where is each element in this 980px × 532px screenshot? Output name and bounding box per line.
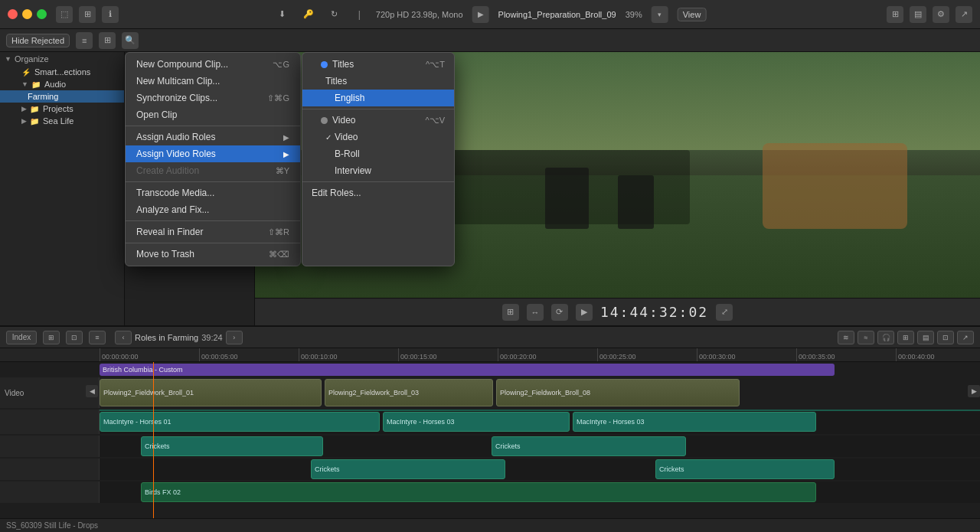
audio-crickets-4[interactable]: Crickets [655, 459, 835, 479]
audio-clip-horses-1[interactable]: MacIntyre - Horses 01 [100, 412, 380, 432]
audio-track-3-row: Crickets Crickets [0, 459, 980, 480]
zoom-dropdown[interactable]: ▾ [652, 6, 668, 23]
sidebar: ▼ Organize ⚡ Smart...ections ▼ 📁 Audio F… [0, 52, 125, 325]
library-icon[interactable]: ⬚ [56, 6, 73, 23]
video-clip-3[interactable]: Plowing2_Fieldwork_Broll_08 [496, 379, 740, 406]
ctx-trash-shortcut: ⌘⌫ [269, 250, 289, 259]
sidebar-organize-header[interactable]: ▼ Organize [0, 52, 124, 66]
check-video-2: ✓ [325, 133, 335, 142]
audio-clip-horses-3[interactable]: MacIntyre - Horses 03 [573, 412, 816, 432]
sidebar-item-farming[interactable]: Farming [0, 90, 124, 103]
ctx-analyze-label: Analyze and Fix... [136, 204, 209, 215]
ctx-sep-1 [126, 126, 300, 126]
folder-icon: ⚡ [21, 68, 31, 77]
ctx-reveal-finder[interactable]: Reveal in Finder ⇧⌘R [126, 224, 300, 240]
audio-clip-horses-2[interactable]: MacIntyre - Horses 03 [383, 412, 570, 432]
ctx-transcode[interactable]: Transcode Media... [126, 184, 300, 201]
zoom-fit-icon[interactable]: ⊡ [937, 331, 954, 344]
sub-video-1[interactable]: Video ^⌥V [302, 112, 454, 129]
ctx-assign-audio-arrow: ▶ [283, 133, 289, 142]
grid-icon[interactable]: ⊞ [887, 6, 903, 23]
secondary-toolbar: Hide Rejected ≡ ⊞ 🔍 [0, 29, 980, 52]
ruler-label-5: 00:00:25:00 [599, 353, 636, 361]
share-icon[interactable]: ↗ [956, 6, 972, 23]
ruler-tick-1: 00:00:05:00 [199, 348, 238, 361]
crop-icon[interactable]: ⟳ [551, 304, 568, 321]
view-button[interactable]: View [678, 8, 707, 21]
fullscreen-icon[interactable]: ⤢ [716, 304, 733, 321]
ctx-assign-audio[interactable]: Assign Audio Roles ▶ [126, 129, 300, 145]
sidebar-item-smart-collections[interactable]: ⚡ Smart...ections [0, 66, 124, 78]
playhead[interactable] [153, 362, 154, 518]
format-button[interactable]: ▶ [472, 6, 489, 23]
ctx-sync-clips[interactable]: Synchronize Clips... ⇧⌘G [126, 90, 300, 106]
ctx-analyze[interactable]: Analyze and Fix... [126, 201, 300, 218]
timeline-index-btn[interactable]: Index [6, 331, 37, 344]
audio-crickets-2[interactable]: Crickets [492, 436, 686, 456]
audio-meter-icon[interactable]: ≋ [838, 331, 854, 344]
ruler-label-7: 00:00:35:00 [799, 353, 835, 361]
grid-view-icon[interactable]: ⊞ [99, 32, 116, 49]
track-next-btn[interactable]: ▶ [968, 385, 980, 397]
filmstrip-icon[interactable]: ▤ [910, 6, 926, 23]
audio-birds-1[interactable]: Birds FX 02 [141, 482, 816, 502]
channels-icon[interactable]: ⊞ [897, 331, 914, 344]
timeline-btn-2[interactable]: ⊡ [66, 331, 83, 344]
sub-english[interactable]: English [302, 90, 454, 106]
ctx-create-audition-label: Create Audition [136, 165, 199, 176]
sub-video-2[interactable]: ✓ Video [302, 129, 454, 145]
timeline-nav-next[interactable]: › [226, 331, 243, 344]
track-prev-btn[interactable]: ◀ [86, 385, 98, 397]
filmstrip2-icon[interactable]: ▤ [917, 331, 934, 344]
headphone-icon[interactable]: 🎧 [877, 331, 894, 344]
sidebar-item-audio[interactable]: ▼ 📁 Audio [0, 78, 124, 90]
sidebar-item-projects[interactable]: ▶ 📁 Projects [0, 103, 124, 115]
timeline-btn-1[interactable]: ⊞ [43, 331, 60, 344]
ctx-new-multicam[interactable]: New Multicam Clip... [126, 73, 300, 90]
timeline-nav-prev[interactable]: ‹ [115, 331, 132, 344]
sub-titles-1[interactable]: Titles ^⌥T [302, 56, 454, 73]
video-clip-1[interactable]: Plowing2_Fieldwork_Broll_01 [100, 379, 322, 406]
inspector-icon[interactable]: ℹ [102, 6, 119, 23]
audio-crickets-3[interactable]: Crickets [311, 459, 505, 479]
ruler-tick-5: 00:00:25:00 [597, 348, 636, 361]
ruler-label-6: 00:00:30:00 [699, 353, 736, 361]
import-icon[interactable]: ⬇ [274, 6, 291, 23]
transform-icon[interactable]: ↔ [527, 304, 544, 321]
video-clip-2[interactable]: Plowing2_Fieldwork_Broll_03 [325, 379, 493, 406]
status-label: SS_60309 Still Life - Drops [6, 521, 98, 530]
ctx-assign-video[interactable]: Assign Video Roles ▶ [126, 145, 300, 162]
dot-video-1 [321, 117, 328, 124]
sub-titles-2-label: Titles [325, 76, 347, 86]
sub-broll[interactable]: B-Roll [302, 145, 454, 162]
sub-interview[interactable]: Interview [302, 162, 454, 179]
sub-titles-2[interactable]: Titles [302, 73, 454, 90]
sub-edit-roles[interactable]: Edit Roles... [302, 184, 454, 201]
ctx-move-trash[interactable]: Move to Trash ⌘⌫ [126, 246, 300, 263]
ruler-label-1: 00:00:05:00 [201, 353, 238, 361]
hide-rejected-button[interactable]: Hide Rejected [6, 34, 70, 47]
browser-icon[interactable]: ⊞ [79, 6, 96, 23]
audio-crickets-1[interactable]: Crickets [141, 436, 323, 456]
play-button[interactable]: ▶ [576, 304, 593, 321]
layout-icon[interactable]: ⊞ [502, 304, 519, 321]
waveform-icon[interactable]: ≈ [858, 331, 874, 344]
close-button[interactable] [8, 9, 18, 19]
sealife-folder-icon: 📁 [30, 117, 39, 126]
list-view-icon[interactable]: ≡ [76, 32, 93, 49]
search-icon[interactable]: 🔍 [122, 32, 139, 49]
sidebar-item-sealife[interactable]: ▶ 📁 Sea Life [0, 115, 124, 127]
compound-clip[interactable]: British Columbia - Custom [100, 364, 835, 376]
sync-icon[interactable]: ↻ [326, 6, 343, 23]
video-clip-2-label: Plowing2_Fieldwork_Broll_03 [328, 389, 419, 397]
ctx-open-clip[interactable]: Open Clip [126, 106, 300, 123]
settings-icon[interactable]: ⚙ [933, 6, 949, 23]
maximize-button[interactable] [37, 9, 47, 19]
share2-icon[interactable]: ↗ [957, 331, 974, 344]
timeline-duration: 39:24 [201, 333, 223, 342]
minimize-button[interactable] [22, 9, 32, 19]
timeline-btn-3[interactable]: ≡ [89, 331, 106, 344]
key-icon[interactable]: 🔑 [300, 6, 317, 23]
sidebar-organize-label: Organize [15, 54, 49, 64]
ctx-new-compound[interactable]: New Compound Clip... ⌥G [126, 56, 300, 73]
